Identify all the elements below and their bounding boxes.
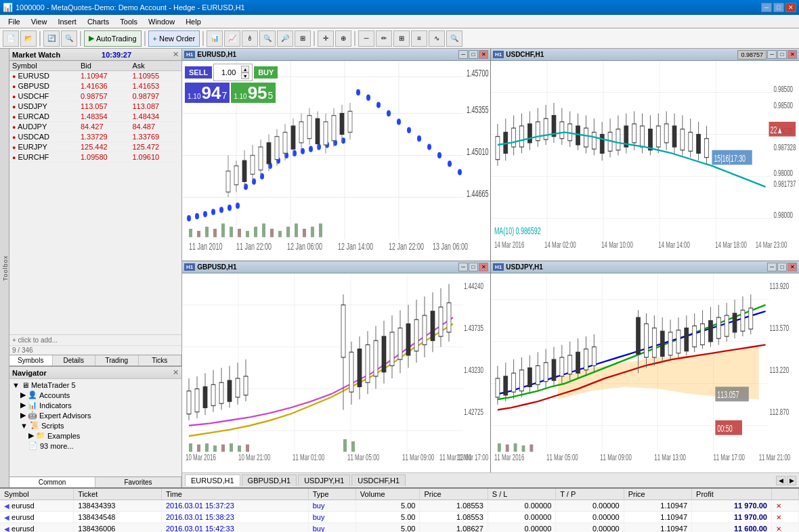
- menu-help[interactable]: Help: [180, 16, 207, 27]
- tb-search2[interactable]: 🔍: [446, 30, 462, 47]
- usdchf-minimize-btn[interactable]: ─: [767, 50, 777, 59]
- usdjpy-minimize-btn[interactable]: ─: [767, 263, 777, 271]
- tb-chart-candle[interactable]: 🕯: [242, 30, 258, 47]
- lot-up-btn[interactable]: ▲: [241, 66, 249, 72]
- tb-fib[interactable]: ≡: [411, 30, 427, 47]
- chart-tab-usdchf[interactable]: USDCHF,H1: [351, 474, 406, 486]
- svg-rect-115: [512, 128, 516, 147]
- usdchf-close-btn[interactable]: ✕: [787, 50, 797, 59]
- market-watch-tabs: Symbols Details Trading Ticks: [9, 355, 181, 365]
- eurusd-close-btn[interactable]: ✕: [479, 50, 488, 59]
- order-row[interactable]: ◀ eurusd 138434548 2016.03.01 15:38:23 b…: [0, 512, 799, 523]
- menu-view[interactable]: View: [26, 16, 53, 27]
- tb-pen[interactable]: ✏: [376, 30, 392, 47]
- mw-tab-trading[interactable]: Trading: [95, 355, 139, 365]
- nav-scripts[interactable]: ▼ 📜 Scripts: [9, 420, 181, 430]
- menu-tools[interactable]: Tools: [114, 16, 143, 27]
- tb-indicator[interactable]: ∿: [429, 30, 445, 47]
- nav-indicators[interactable]: ▶ 📊 Indicators: [9, 400, 181, 410]
- market-watch-close[interactable]: ✕: [173, 50, 179, 59]
- navigator-close[interactable]: ✕: [173, 368, 179, 377]
- nav-tab-favorites[interactable]: Favorites: [95, 477, 181, 487]
- gbpusd-close-btn[interactable]: ✕: [479, 263, 488, 271]
- col-ticket-header: Ticket: [74, 489, 162, 500]
- buy-button[interactable]: BUY: [254, 66, 278, 79]
- close-button[interactable]: ✕: [785, 3, 796, 12]
- order-sl: 0.00000: [488, 523, 555, 533]
- mw-tab-details[interactable]: Details: [53, 355, 96, 365]
- market-watch-row[interactable]: ● AUDJPY 84.427 84.487: [9, 122, 181, 132]
- nav-examples[interactable]: ▶ 📁 Examples: [9, 430, 181, 441]
- nav-expert-advisors[interactable]: ▶ 🤖 Expert Advisors: [9, 410, 181, 420]
- tb-new-btn[interactable]: 📄: [3, 30, 19, 47]
- tb-crosshair[interactable]: ✛: [318, 30, 334, 47]
- mw-tab-symbols[interactable]: Symbols: [9, 355, 53, 365]
- tb-open-btn[interactable]: 📂: [20, 30, 37, 47]
- market-watch-row[interactable]: ● EURUSD 1.10947 1.10955: [9, 71, 181, 81]
- svg-rect-58: [283, 132, 287, 153]
- menu-window[interactable]: Window: [143, 16, 180, 27]
- eurusd-maximize-btn[interactable]: □: [469, 50, 478, 59]
- eurusd-minimize-btn[interactable]: ─: [458, 50, 468, 59]
- tb-search-btn[interactable]: 🔍: [61, 30, 77, 47]
- usdchf-maximize-btn[interactable]: □: [777, 50, 787, 59]
- tb-zoom-out[interactable]: 🔎: [277, 30, 293, 47]
- tb-line[interactable]: ─: [358, 30, 374, 47]
- autotrading-button[interactable]: ▶ AutoTrading: [84, 30, 142, 47]
- svg-text:11 Mar 09:00: 11 Mar 09:00: [600, 453, 632, 462]
- tb-chart-bar[interactable]: 📊: [207, 30, 223, 47]
- menu-insert[interactable]: Insert: [52, 16, 82, 27]
- order-close-btn[interactable]: ✕: [771, 523, 798, 533]
- svg-rect-83: [254, 227, 257, 238]
- chart-tab-usdjpy[interactable]: USDJPY,H1: [298, 474, 350, 486]
- order-close-btn[interactable]: ✕: [771, 512, 798, 523]
- maximize-button[interactable]: □: [773, 3, 784, 12]
- chart-tab-next[interactable]: ▶: [787, 476, 796, 485]
- chart-tab-prev[interactable]: ◀: [776, 476, 785, 485]
- usdjpy-maximize-btn[interactable]: □: [777, 263, 787, 271]
- market-watch-row[interactable]: ● EURJPY 125.442 125.472: [9, 142, 181, 152]
- lot-input[interactable]: [217, 68, 240, 76]
- toolbox-strip[interactable]: Toolbox: [0, 49, 9, 487]
- tb-zoom-in[interactable]: 🔍: [259, 30, 276, 47]
- tb-chart-line[interactable]: 📈: [224, 30, 240, 47]
- market-watch-row[interactable]: ● GBPUSD 1.41636 1.41653: [9, 81, 181, 91]
- mw-tab-ticks[interactable]: Ticks: [139, 355, 182, 365]
- menu-charts[interactable]: Charts: [82, 16, 114, 27]
- usdjpy-chart-controls: ─ □ ✕: [767, 263, 797, 271]
- svg-rect-81: [238, 229, 241, 237]
- market-watch-row[interactable]: ● USDCAD 1.33729 1.33769: [9, 132, 181, 142]
- add-symbol-row[interactable]: + click to add...: [9, 334, 181, 345]
- market-watch-row[interactable]: ● EURCHF 1.09580 1.09610: [9, 152, 181, 162]
- tb-full-chart[interactable]: ⊞: [295, 30, 311, 47]
- market-watch-row[interactable]: ● USDCHF 0.98757 0.98797: [9, 91, 181, 102]
- market-watch-row[interactable]: ● EURCAD 1.48354 1.48434: [9, 112, 181, 122]
- order-close-btn[interactable]: ✕: [771, 500, 798, 512]
- navigator-bottom-tabs: Common Favorites: [9, 476, 181, 487]
- svg-rect-117: [520, 126, 524, 147]
- usdchf-titlebar: H1 USDCHF,H1 0.98757 ─ □ ✕: [491, 49, 799, 61]
- menu-file[interactable]: File: [3, 16, 26, 27]
- usdjpy-close-btn[interactable]: ✕: [787, 263, 797, 271]
- nav-tab-common[interactable]: Common: [9, 477, 95, 487]
- order-row[interactable]: ◀ eurusd 138436006 2016.03.01 15:42:33 b…: [0, 523, 799, 533]
- tb-sep5: [314, 31, 315, 46]
- tb-refresh-btn[interactable]: 🔄: [43, 30, 60, 47]
- chart-tab-eurusd[interactable]: EURUSD,H1: [185, 474, 240, 486]
- gbpusd-maximize-btn[interactable]: □: [469, 263, 478, 271]
- lot-down-btn[interactable]: ▼: [241, 72, 249, 79]
- market-watch-row[interactable]: ● USDJPY 113.057 113.087: [9, 102, 181, 112]
- svg-rect-199: [219, 382, 223, 403]
- sell-button[interactable]: SELL: [185, 66, 212, 79]
- tb-sep2: [80, 31, 81, 46]
- new-order-button[interactable]: + New Order: [148, 30, 200, 47]
- tb-period[interactable]: ⊕: [335, 30, 351, 47]
- minimize-button[interactable]: ─: [761, 3, 772, 12]
- order-row[interactable]: ◀ eurusd 138434393 2016.03.01 15:37:23 b…: [0, 500, 799, 512]
- tb-grid[interactable]: ⊞: [393, 30, 410, 47]
- gbpusd-minimize-btn[interactable]: ─: [458, 263, 468, 271]
- nav-more[interactable]: 📄 93 more...: [9, 441, 181, 451]
- nav-metatrader5[interactable]: ▼ 🖥 MetaTrader 5: [9, 380, 181, 390]
- chart-tab-gbpusd[interactable]: GBPUSD,H1: [242, 474, 297, 486]
- nav-accounts[interactable]: ▶ 👤 Accounts: [9, 390, 181, 400]
